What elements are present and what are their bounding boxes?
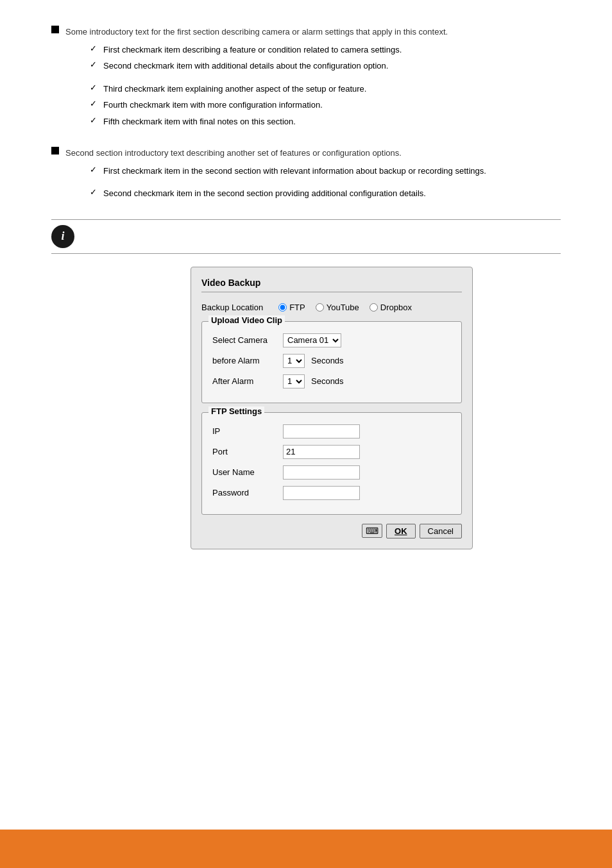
ftp-label: FTP: [289, 303, 305, 312]
checkmark-list-2: ✓ First checkmark item in the second sec…: [90, 165, 561, 200]
list-item: ✓ Third checkmark item explaining anothe…: [90, 83, 561, 96]
checkmark-text: Third checkmark item explaining another …: [103, 83, 366, 96]
checkmark-text: Fourth checkmark item with more configur…: [103, 99, 323, 112]
info-bar: i: [51, 219, 561, 254]
ip-label: IP: [212, 426, 283, 436]
orange-footer: [0, 830, 612, 868]
upload-clip-title: Upload Video Clip: [208, 315, 285, 325]
dialog-title: Video Backup: [201, 278, 462, 292]
password-row: Password: [212, 486, 451, 500]
main-content: Some introductory text for the first sec…: [0, 0, 612, 562]
ftp-radio-option[interactable]: FTP: [278, 303, 305, 312]
bullet-row-1: Some introductory text for the first sec…: [51, 26, 561, 38]
cancel-button[interactable]: Cancel: [420, 524, 462, 538]
list-item: ✓ First checkmark item in the second sec…: [90, 165, 561, 178]
ok-button[interactable]: OK: [386, 524, 416, 538]
backup-location-label: Backup Location: [201, 303, 263, 312]
list-item: ✓ Fourth checkmark item with more config…: [90, 99, 561, 112]
checkmark-icon: ✓: [90, 115, 97, 125]
after-alarm-select[interactable]: 1 2 3 4 5: [283, 374, 305, 388]
select-camera-label: Select Camera: [212, 335, 283, 345]
after-alarm-label: After Alarm: [212, 376, 283, 386]
checkmark-icon: ✓: [90, 44, 97, 53]
video-backup-dialog: Video Backup Backup Location FTP YouTube…: [191, 267, 473, 549]
dialog-container: Video Backup Backup Location FTP YouTube…: [103, 267, 561, 549]
password-label: Password: [212, 488, 283, 497]
keyboard-button[interactable]: ⌨: [362, 524, 382, 538]
section-1: Some introductory text for the first sec…: [51, 26, 561, 128]
before-alarm-unit: Seconds: [311, 356, 344, 365]
select-camera-row: Select Camera Camera 01 Camera 02 Camera…: [212, 333, 451, 347]
bullet-row-2: Second section introductory text describ…: [51, 147, 561, 160]
after-alarm-row: After Alarm 1 2 3 4 5 Seconds: [212, 374, 451, 388]
checkmark-text: Fifth checkmark item with final notes on…: [103, 115, 296, 128]
username-label: User Name: [212, 467, 283, 477]
ip-input[interactable]: [283, 424, 360, 438]
checkmark-list-1: ✓ First checkmark item describing a feat…: [90, 44, 561, 128]
section2-intro: Second section introductory text describ…: [65, 147, 561, 160]
before-alarm-select[interactable]: 1 2 3 4 5: [283, 354, 305, 368]
upload-video-clip-section: Upload Video Clip Select Camera Camera 0…: [201, 321, 462, 403]
checkmark-text: Second checkmark item in the second sect…: [103, 187, 426, 200]
dropbox-radio-option[interactable]: Dropbox: [370, 303, 412, 312]
before-alarm-row: before Alarm 1 2 3 4 5 Seconds: [212, 354, 451, 368]
youtube-label: YouTube: [327, 303, 359, 312]
checkmark-icon: ✓: [90, 60, 97, 69]
username-input[interactable]: [283, 465, 360, 480]
checkmark-icon: ✓: [90, 187, 97, 197]
before-alarm-container: 1 2 3 4 5 Seconds: [283, 354, 344, 368]
port-input[interactable]: [283, 445, 360, 459]
info-icon: i: [51, 225, 74, 248]
before-alarm-label: before Alarm: [212, 356, 283, 365]
after-alarm-container: 1 2 3 4 5 Seconds: [283, 374, 344, 388]
password-input[interactable]: [283, 486, 360, 500]
list-item: ✓ Fifth checkmark item with final notes …: [90, 115, 561, 128]
section-2: Second section introductory text describ…: [51, 147, 561, 200]
camera-select-container: Camera 01 Camera 02 Camera 03: [283, 333, 341, 347]
ftp-radio[interactable]: [278, 303, 287, 312]
list-item: ✓ First checkmark item describing a feat…: [90, 44, 561, 56]
port-label: Port: [212, 447, 283, 456]
dropbox-radio[interactable]: [370, 303, 378, 312]
bullet-square-1: [51, 26, 59, 33]
checkmark-text: Second checkmark item with additional de…: [103, 60, 388, 72]
bullet-square-2: [51, 147, 59, 154]
checkmark-text: First checkmark item describing a featur…: [103, 44, 402, 56]
after-alarm-unit: Seconds: [311, 376, 344, 386]
list-item: ✓ Second checkmark item in the second se…: [90, 187, 561, 200]
checkmark-icon: ✓: [90, 99, 97, 108]
list-item: ✓ Second checkmark item with additional …: [90, 60, 561, 72]
backup-location-row: Backup Location FTP YouTube Dropbox: [201, 303, 462, 312]
port-row: Port: [212, 445, 451, 459]
camera-select[interactable]: Camera 01 Camera 02 Camera 03: [283, 333, 341, 347]
section1-intro: Some introductory text for the first sec…: [65, 26, 561, 38]
youtube-radio-option[interactable]: YouTube: [316, 303, 359, 312]
ftp-settings-title: FTP Settings: [208, 406, 264, 416]
youtube-radio[interactable]: [316, 303, 324, 312]
ftp-settings-section: FTP Settings IP Port User Name Password: [201, 412, 462, 515]
keyboard-icon: ⌨: [366, 526, 378, 536]
dialog-footer: ⌨ OK Cancel: [201, 524, 462, 538]
checkmark-text: First checkmark item in the second secti…: [103, 165, 486, 178]
username-row: User Name: [212, 465, 451, 480]
dropbox-label: Dropbox: [380, 303, 412, 312]
ip-row: IP: [212, 424, 451, 438]
checkmark-icon: ✓: [90, 83, 97, 92]
checkmark-icon: ✓: [90, 165, 97, 174]
